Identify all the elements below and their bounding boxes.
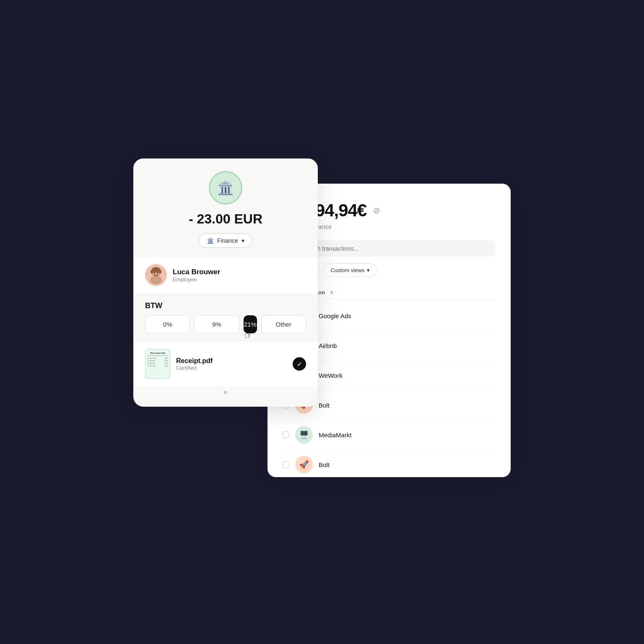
merchant-name: MediaMarkt — [319, 431, 351, 439]
category-badge[interactable]: 🏛️ Finance ▾ — [199, 234, 252, 248]
row-checkbox[interactable] — [283, 461, 289, 468]
employee-name: Luca Brouwer — [173, 268, 220, 276]
hide-balance-icon[interactable]: ⊘ — [371, 205, 382, 216]
table-row[interactable]: 🖥️MediaMarkt — [283, 420, 496, 450]
svg-point-6 — [152, 267, 160, 272]
employee-section: Luca Brouwer Employee — [133, 256, 318, 293]
svg-point-8 — [159, 270, 161, 274]
btw-9-btn[interactable]: 9% — [194, 315, 239, 333]
receipt-thumb-title: The Crown Pub — [148, 352, 168, 354]
table-row[interactable]: 🚀Bolt — [283, 450, 496, 477]
receipt-status: Certified — [176, 365, 287, 371]
receipt-section: The Crown Pub 1x Pot Thai -0,40 1x Ramen… — [133, 341, 318, 387]
avatar — [145, 264, 167, 286]
avatar-svg — [145, 264, 167, 286]
receipt-thumbnail: The Crown Pub 1x Pot Thai -0,40 1x Ramen… — [145, 349, 170, 379]
sort-icon[interactable]: ⇅ — [330, 290, 333, 295]
receipt-info: Receipt.pdf Certified — [176, 357, 287, 371]
receipt-name: Receipt.pdf — [176, 357, 287, 365]
custom-views-button[interactable]: Custom views ▾ — [323, 263, 377, 277]
category-icon: 🏛️ — [207, 237, 214, 244]
card-top: 🏛️ - 23.00 EUR 🏛️ Finance ▾ — [133, 158, 318, 256]
merchant-name: Bolt — [319, 461, 330, 468]
btw-section: BTW 0% 9% 21% ☞ Other — [133, 293, 318, 341]
merchant-icon: 🖥️ — [295, 426, 313, 444]
employee-row: Luca Brouwer Employee — [145, 264, 306, 286]
bank-icon: 🏛️ — [209, 171, 242, 205]
detail-card: 🏛️ - 23.00 EUR 🏛️ Finance ▾ — [133, 158, 318, 407]
svg-point-2 — [150, 276, 162, 284]
employee-info: Luca Brouwer Employee — [173, 268, 220, 283]
merchant-icon: 🚀 — [295, 456, 313, 473]
merchant-name: Bolt — [319, 402, 330, 409]
dot-indicator — [133, 387, 318, 394]
page-dot — [224, 391, 227, 394]
certified-icon: ✓ — [293, 357, 306, 371]
merchant-name: Airbnb — [319, 342, 337, 349]
btw-other-btn[interactable]: Other — [261, 315, 306, 333]
chevron-down-icon: ▾ — [242, 237, 244, 244]
category-label: Finance — [217, 237, 238, 244]
merchant-name: WeWork — [319, 372, 343, 379]
transaction-amount: - 23.00 EUR — [189, 211, 262, 227]
btw-options: 0% 9% 21% ☞ Other — [145, 315, 306, 333]
cursor-icon: ☞ — [244, 329, 254, 341]
btw-21-wrapper: 21% ☞ — [244, 315, 257, 333]
search-input[interactable] — [302, 245, 489, 252]
scene: 34.394,94€ ⊘ Available balance 🔍 ⚙ Filte… — [133, 158, 511, 486]
merchant-name: Google Ads — [319, 312, 351, 319]
employee-role: Employee — [173, 276, 220, 283]
btw-label: BTW — [145, 301, 306, 310]
svg-point-7 — [151, 270, 153, 274]
chevron-down-icon: ▾ — [367, 267, 370, 273]
btw-0-btn[interactable]: 0% — [145, 315, 190, 333]
row-checkbox[interactable] — [283, 431, 289, 438]
